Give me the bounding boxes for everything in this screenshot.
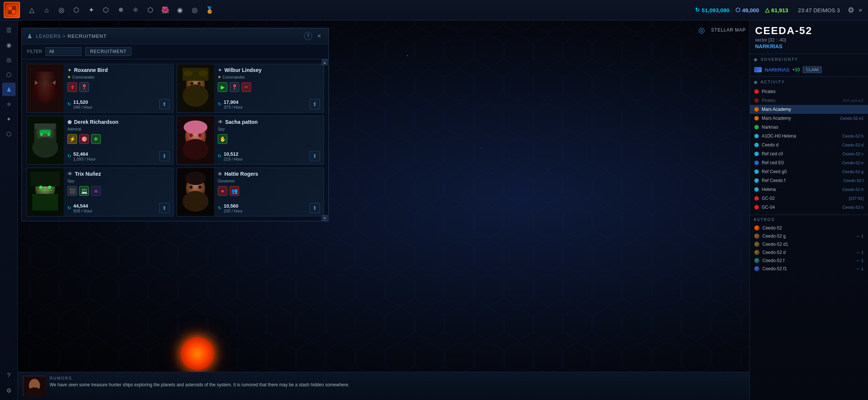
astro-ceedo-52f1[interactable]: Ceedo-52 f1 ↔ 1 bbox=[750, 265, 868, 273]
leader-card-hattie[interactable]: ✵ Hattie Rogers Governor ● 👥 ↻ 10,560 bbox=[177, 168, 324, 216]
nav-icon-2[interactable]: ⌂ bbox=[40, 3, 53, 17]
activity-item-pirates[interactable]: Pirates bbox=[750, 87, 868, 96]
astro-ceedo-52f[interactable]: Ceedo-52 f ↔ 1 bbox=[750, 257, 868, 265]
nav-icon-5[interactable]: ✦ bbox=[84, 3, 98, 17]
leader-traits-wilbur: ▶ 📍 ✂ bbox=[218, 82, 320, 92]
nav-icon-1[interactable]: △ bbox=[25, 3, 39, 17]
activity-dot-gc04 bbox=[754, 205, 759, 209]
cost-icon-hattie: ↻ bbox=[218, 205, 221, 211]
system-faction[interactable]: NARKRIAS bbox=[755, 43, 863, 49]
narkrias-flag bbox=[754, 67, 762, 72]
expand-icon[interactable]: » bbox=[859, 7, 862, 13]
nav-icon-8[interactable]: ⚛ bbox=[129, 3, 142, 17]
sidebar-icon-menu[interactable]: ☰ bbox=[2, 23, 16, 37]
scroll-down-arrow[interactable]: ▼ bbox=[322, 215, 328, 221]
help-button[interactable]: ? bbox=[304, 32, 312, 40]
breadcrumb-recruitment: RECRUITMENT bbox=[68, 33, 107, 39]
activity-item-a1dc[interactable]: A1DC-H0 Helena Ceedo-52 h bbox=[750, 132, 868, 141]
filter-select[interactable]: All Commander Admiral Spy Governor bbox=[46, 47, 81, 56]
portrait-svg-trix bbox=[27, 168, 64, 216]
activity-item-narkrias[interactable]: Narkrias bbox=[750, 123, 868, 132]
activity-dot-a1dc bbox=[754, 134, 759, 138]
astro-ceedo-52[interactable]: Ceedo-52 bbox=[750, 224, 868, 232]
nav-icon-11[interactable]: ◉ bbox=[173, 3, 187, 17]
activity-dot-ceedo-d bbox=[754, 143, 759, 147]
leader-card-roxanne[interactable]: ✦ Roxanne Bird ★ Commander 🗡 📍 ↻ bbox=[26, 64, 174, 113]
activity-dot-gc02 bbox=[754, 196, 759, 201]
activity-name-pirates: Pirates bbox=[762, 89, 864, 94]
leader-card-derek[interactable]: ⬟ Derek Richardson Admiral ⚡ 🎯 ❄ ↻ bbox=[26, 116, 174, 165]
cost-rate-trix: 928 / Hour bbox=[73, 209, 92, 213]
resource-alloys[interactable]: ⬡ 49,000 bbox=[735, 7, 759, 13]
svg-rect-8 bbox=[27, 64, 64, 112]
nav-icon-6[interactable]: ⬡ bbox=[99, 3, 113, 17]
activity-item-gc04[interactable]: GC-04 Ceedo-52 h bbox=[750, 203, 868, 212]
activity-name-pirates2: Pirates bbox=[762, 98, 840, 103]
activity-item-ref-ced-c0[interactable]: Ref ced c0 Ceedo-52 c bbox=[750, 149, 868, 158]
astro-ceedo-52d[interactable]: Ceedo-52 d ↔ 1 bbox=[750, 248, 868, 257]
activity-item-gc02[interactable]: GC-02 [237:91] bbox=[750, 194, 868, 203]
hire-button-hattie[interactable]: ⬆ bbox=[310, 203, 320, 213]
sidebar-icon-fleets[interactable]: ⬡ bbox=[2, 68, 16, 81]
leader-card-sacha[interactable]: 👁 Sacha patton Spy ✋ ↻ 10,512 219 / Hour bbox=[177, 116, 324, 165]
spy-icon-sacha: 👁 bbox=[218, 119, 223, 125]
leader-card-trix[interactable]: 👁 Trix Nuñez Spy ⬛ 💻 ☠ ↻ 44,544 bbox=[26, 168, 174, 216]
portrait-trix bbox=[27, 168, 64, 216]
resource-energy[interactable]: △ 61,913 bbox=[765, 7, 788, 13]
game-logo[interactable] bbox=[4, 2, 20, 18]
sidebar-icon-help[interactable]: ? bbox=[2, 369, 16, 382]
sidebar-icon-diplomacy[interactable]: ✦ bbox=[2, 112, 16, 126]
nav-icon-13[interactable]: 🏅 bbox=[203, 3, 216, 17]
nav-icon-12[interactable]: ◎ bbox=[188, 3, 201, 17]
hire-button-wilbur[interactable]: ⬆ bbox=[310, 99, 320, 109]
astro-ceedo-52g[interactable]: Ceedo-52 g ↔ 1 bbox=[750, 232, 868, 240]
activity-item-helena[interactable]: Helena Ceedo-52 h bbox=[750, 185, 868, 194]
claim-button[interactable]: CLAIM bbox=[803, 66, 822, 73]
sidebar-icon-leaders[interactable]: ♟ bbox=[2, 83, 16, 96]
recruitment-button[interactable]: RECRUITMENT bbox=[85, 47, 131, 56]
sidebar-icon-faction[interactable]: ⬡ bbox=[2, 127, 16, 141]
nav-icon-7[interactable]: ✵ bbox=[114, 3, 127, 17]
hire-button-roxanne[interactable]: ⬆ bbox=[159, 99, 170, 109]
close-button[interactable]: ✕ bbox=[315, 32, 323, 40]
commander-icon-wilbur: ✦ bbox=[218, 67, 222, 73]
cost-amount-wilbur: 17,904 373 / Hour bbox=[224, 99, 243, 109]
resource-credits[interactable]: ↻ 51,093,090 bbox=[695, 7, 730, 13]
leader-card-wilbur[interactable]: ✦ Wilbur Lindsey ★ Commander ▶ 📍 ✂ bbox=[177, 64, 324, 113]
sidebar-icon-research[interactable]: ⚛ bbox=[2, 97, 16, 111]
nav-icon-10[interactable]: 🌺 bbox=[158, 3, 172, 17]
activity-item-mars-academy[interactable]: Mars Academy bbox=[750, 105, 868, 114]
astros-title: ASTROS bbox=[754, 217, 775, 222]
nav-icon-9[interactable]: ⬡ bbox=[144, 3, 157, 17]
hire-button-derek[interactable]: ⬆ bbox=[159, 151, 170, 161]
settings-icon[interactable]: ⚙ bbox=[848, 6, 854, 14]
hire-button-sacha[interactable]: ⬆ bbox=[310, 151, 320, 161]
astro-ceedo-52d1[interactable]: Ceedo-52 d1 bbox=[750, 240, 868, 248]
breadcrumb-separator: > bbox=[63, 33, 67, 39]
activity-location-helena: Ceedo-52 h bbox=[842, 187, 864, 192]
system-sector: sector [32 : -40] bbox=[755, 37, 863, 43]
trait-skull-trix: ☠ bbox=[91, 186, 101, 196]
stellar-map-button[interactable]: ◎ STELLAR MAP bbox=[695, 23, 746, 37]
breadcrumb-leaders[interactable]: LEADERS bbox=[36, 33, 61, 39]
activity-item-ref-ced-e0[interactable]: Ref ced E0 Ceedo-52 e bbox=[750, 158, 868, 167]
activity-item-mars-academy2[interactable]: Mars Academy Ceedo-52 e1 bbox=[750, 114, 868, 123]
sidebar-icon-planets[interactable]: ◉ bbox=[2, 38, 16, 52]
activity-item-ceedo-d[interactable]: Ceedo d Ceedo-52 d bbox=[750, 141, 868, 149]
hire-button-trix[interactable]: ⬆ bbox=[159, 203, 170, 213]
svg-point-21 bbox=[190, 82, 193, 85]
activity-item-ref-ceedo-f[interactable]: Ref Ceedo f Ceedo-52 f bbox=[750, 176, 868, 185]
activity-name-gc02: GC-02 bbox=[762, 196, 846, 201]
svg-point-12 bbox=[32, 81, 58, 103]
scroll-up-arrow[interactable]: ▲ bbox=[322, 59, 328, 65]
nav-icon-4[interactable]: ⬡ bbox=[70, 3, 83, 17]
nav-icon-3[interactable]: ◎ bbox=[55, 3, 68, 17]
sidebar-icon-galaxy[interactable]: ◎ bbox=[2, 53, 16, 66]
astro-dot-ceedo-52d bbox=[754, 250, 760, 255]
sidebar-icon-settings[interactable]: ⚙ bbox=[2, 384, 16, 397]
activity-name-ref-ceed-g0: Ref Ceed g0 bbox=[762, 169, 839, 174]
leaders-grid-container: ✦ Roxanne Bird ★ Commander 🗡 📍 ↻ bbox=[22, 59, 328, 221]
narkrias-name[interactable]: NARKRIAS bbox=[765, 67, 789, 73]
activity-item-ref-ceed-g0[interactable]: Ref Ceed g0 Ceedo-52 g bbox=[750, 167, 868, 176]
activity-item-pirates2[interactable]: Pirates Ref ced-w2 bbox=[750, 96, 868, 105]
